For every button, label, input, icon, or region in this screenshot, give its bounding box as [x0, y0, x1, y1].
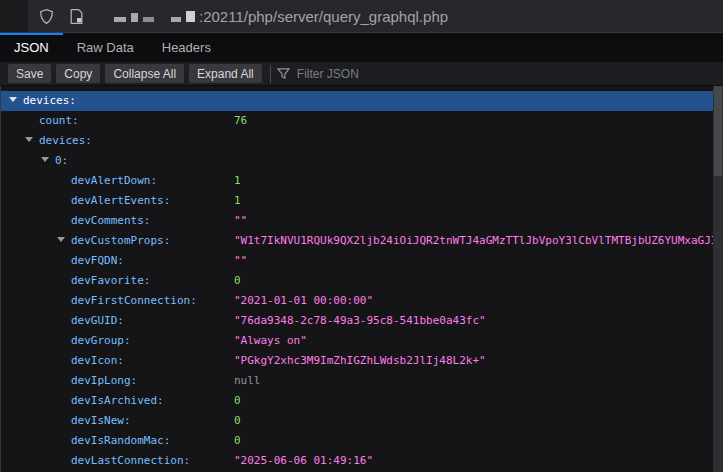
- expander-arrow-icon[interactable]: [41, 151, 55, 171]
- json-value: null: [234, 371, 713, 391]
- expander-arrow-icon[interactable]: [9, 91, 23, 111]
- json-value: "2025-06-06 01:49:16": [234, 451, 713, 471]
- json-row-devIsArchived[interactable]: devIsArchived:0: [1, 391, 713, 411]
- json-value: "2021-01-01 00:00:00": [234, 291, 713, 311]
- json-row-devGUID[interactable]: devGUID:"76da9348-2c78-49a3-95c8-541bbe0…: [1, 311, 713, 331]
- copy-button[interactable]: Copy: [56, 64, 100, 83]
- json-value: "PGkgY2xhc3M9ImZhIGZhLWdsb2JlIj48L2k+": [234, 351, 713, 371]
- json-row-devFavorite[interactable]: devFavorite:0: [1, 271, 713, 291]
- url-field[interactable]: :20211/php/server/query_graphql.php: [28, 0, 723, 32]
- json-row-devComments[interactable]: devComments:"": [1, 211, 713, 231]
- scrollbar-thumb[interactable]: [714, 86, 722, 176]
- json-key: count:: [39, 114, 79, 127]
- json-key: devIcon:: [71, 354, 124, 367]
- json-row-devLastConnection[interactable]: devLastConnection:"2025-06-06 01:49:16": [1, 451, 713, 471]
- tab-json[interactable]: JSON: [0, 33, 63, 62]
- json-row-devCustomProps[interactable]: devCustomProps:"W1t7IkNVU1RQUk9QX2ljb24i…: [1, 231, 713, 251]
- json-row-devices[interactable]: devices:: [1, 91, 713, 111]
- json-value: "": [234, 251, 713, 271]
- page-info-icon[interactable]: [69, 8, 84, 25]
- json-value: "W1t7IkNVU1RQUk9QX2ljb24iOiJQR2tnWTJ4aGM…: [234, 231, 713, 251]
- json-row-devAlertDown[interactable]: devAlertDown:1: [1, 171, 713, 191]
- json-key: devCustomProps:: [71, 234, 170, 247]
- url-text: :20211/php/server/query_graphql.php: [199, 8, 448, 25]
- json-row-count[interactable]: count:76: [1, 111, 713, 131]
- json-value: 0: [234, 271, 713, 291]
- json-value: 1: [234, 171, 713, 191]
- viewer-tab-bar: JSONRaw DataHeaders: [0, 32, 723, 62]
- collapse-all-button[interactable]: Collapse All: [105, 64, 184, 83]
- redacted-host: [114, 11, 195, 22]
- json-key: devFavorite:: [71, 274, 150, 287]
- funnel-icon: [277, 67, 290, 80]
- json-value: 76: [234, 111, 713, 131]
- json-row-devFirstConnection[interactable]: devFirstConnection:"2021-01-01 00:00:00": [1, 291, 713, 311]
- expander-arrow-icon[interactable]: [57, 231, 71, 251]
- filter-json-placeholder: Filter JSON: [297, 67, 359, 81]
- json-tree-panel: devices:count:76devices:0:devAlertDown:1…: [0, 86, 723, 472]
- json-key: devGroup:: [71, 334, 131, 347]
- json-row-devIpLong[interactable]: devIpLong:null: [1, 371, 713, 391]
- json-key: devIpLong:: [71, 374, 137, 387]
- json-row-devIsRandomMac[interactable]: devIsRandomMac:0: [1, 431, 713, 451]
- json-row-0[interactable]: 0:: [1, 151, 713, 171]
- json-key: devGUID:: [71, 314, 124, 327]
- json-value: 0: [234, 391, 713, 411]
- shield-icon[interactable]: [38, 8, 55, 25]
- url-bar: :20211/php/server/query_graphql.php: [0, 0, 723, 32]
- save-button[interactable]: Save: [8, 64, 51, 83]
- json-toolbar: SaveCopyCollapse AllExpand All Filter JS…: [0, 62, 723, 86]
- tab-headers[interactable]: Headers: [148, 33, 225, 62]
- json-key: devices:: [39, 134, 92, 147]
- json-key: devComments:: [71, 214, 150, 227]
- json-key: devices:: [23, 94, 76, 107]
- json-value: 0: [234, 411, 713, 431]
- tab-raw-data[interactable]: Raw Data: [63, 33, 148, 62]
- json-value: 0: [234, 431, 713, 451]
- json-key: devIsRandomMac:: [71, 434, 170, 447]
- expander-arrow-icon[interactable]: [25, 131, 39, 151]
- json-key: devIsNew:: [71, 414, 131, 427]
- json-row-devGroup[interactable]: devGroup:"Always on": [1, 331, 713, 351]
- json-value: "76da9348-2c78-49a3-95c8-541bbe0a43fc": [234, 311, 713, 331]
- json-key: devFirstConnection:: [71, 294, 197, 307]
- json-value: "": [234, 211, 713, 231]
- json-row-devIsNew[interactable]: devIsNew:0: [1, 411, 713, 431]
- json-key: devFQDN:: [71, 254, 124, 267]
- json-key: devAlertDown:: [71, 174, 157, 187]
- vertical-scrollbar[interactable]: [713, 86, 723, 472]
- json-row-devFQDN[interactable]: devFQDN:"": [1, 251, 713, 271]
- json-row-devices[interactable]: devices:: [1, 131, 713, 151]
- json-row-devIcon[interactable]: devIcon:"PGkgY2xhc3M9ImZhIGZhLWdsb2JlIj4…: [1, 351, 713, 371]
- filter-json-input[interactable]: Filter JSON: [277, 67, 359, 81]
- json-key: devAlertEvents:: [71, 194, 170, 207]
- json-key: 0:: [55, 154, 68, 167]
- json-key: devIsArchived:: [71, 394, 164, 407]
- expand-all-button[interactable]: Expand All: [189, 64, 262, 83]
- json-value: 1: [234, 191, 713, 211]
- json-key: devLastConnection:: [71, 454, 190, 467]
- json-row-devAlertEvents[interactable]: devAlertEvents:1: [1, 191, 713, 211]
- toolbar-separator: [270, 65, 271, 83]
- json-value: "Always on": [234, 331, 713, 351]
